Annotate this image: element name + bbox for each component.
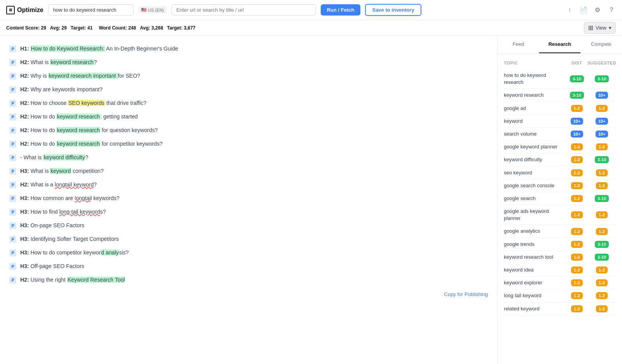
suggested-badge: 1-2	[596, 305, 608, 312]
list-item: PH2: Why is keyword research important f…	[9, 69, 488, 83]
outline-text: H2: Using the right Keyword Research Too…	[20, 276, 488, 284]
tab-research[interactable]: Research	[539, 36, 581, 53]
table-row: keyword explorer1-21-2	[504, 277, 616, 289]
status-bar: Content Score: 29 Avg: 29 Target: 41 Wor…	[0, 20, 622, 36]
avg-label: Avg:	[50, 25, 60, 31]
table-row: keyword10+10+	[504, 115, 616, 128]
suggested-badge: 1-2	[596, 143, 608, 150]
topic-name: keyword difficulty	[504, 156, 566, 163]
panel-header-row: TOPIC DIST SUGGESTED	[504, 58, 616, 69]
topic-name: keyword idea	[504, 266, 566, 273]
outline-text: H2: What is keyword research?	[20, 58, 488, 66]
target2-val: 3,677	[184, 25, 196, 31]
topic-name: google trends	[504, 241, 566, 248]
avg2-label: Avg:	[140, 25, 150, 31]
p-badge: P	[9, 45, 16, 52]
table-row: google ads keyword planner1-21-2	[504, 205, 616, 225]
content-score-label: Content Score:	[6, 25, 40, 31]
suggested-badge: 3-10	[595, 75, 609, 82]
suggested-badge: 3-10	[595, 156, 609, 163]
top-nav: ⊞ Optimize 🇺🇸 US (EN) Run / Fetch Save t…	[0, 0, 622, 20]
chevron-down-icon: ▾	[609, 25, 612, 31]
target-label: Target:	[71, 25, 86, 31]
suggested-badge: 1-2	[596, 105, 608, 112]
outline-text: H2: How to do keyword research for compe…	[20, 140, 488, 148]
outline-text: H2: How to do keyword research: getting …	[20, 113, 488, 121]
list-item: PH2: How to do keyword research for comp…	[9, 137, 488, 151]
settings-icon[interactable]: ⚙	[593, 6, 602, 14]
table-row: google trends1-23-10	[504, 238, 616, 251]
locale-text: US (EN)	[148, 8, 164, 12]
suggested-badge: 10+	[596, 118, 608, 125]
topic-name: keyword research	[504, 92, 566, 99]
locale-badge[interactable]: 🇺🇸 US (EN)	[138, 6, 167, 14]
view-button[interactable]: ⊞ View ▾	[584, 22, 616, 34]
list-item: PH1: How to do Keyword Research: An In-D…	[9, 42, 488, 56]
suggested-badge: 1-2	[596, 169, 608, 176]
content-score-item: Content Score: 29 Avg: 29 Target: 41	[6, 25, 93, 31]
save-to-inventory-button[interactable]: Save to inventory	[365, 4, 421, 16]
p-badge: P	[9, 249, 16, 256]
outline-text: H3: Identifying Softer Target Competitor…	[20, 235, 488, 243]
suggested-badge: 3-10	[595, 254, 609, 261]
table-row: google search1-23-10	[504, 192, 616, 205]
upload-icon[interactable]: ↑	[565, 6, 574, 14]
dist-badge: 1-2	[571, 279, 583, 286]
panel-body[interactable]: TOPIC DIST SUGGESTED how to do keyword r…	[498, 54, 622, 364]
col-dist-header: DIST	[566, 61, 588, 65]
list-item: PH3: How to do competitor keyword analys…	[9, 246, 488, 260]
tab-compete[interactable]: Compete	[580, 36, 622, 53]
outline-text: H3: How common are longtail keywords?	[20, 194, 488, 202]
avg2-val: 3,268	[152, 25, 163, 31]
dist-badge: 1-2	[571, 228, 583, 235]
dist-badge: 1-2	[571, 169, 583, 176]
list-item: PH3: What is keyword competition?	[9, 164, 488, 178]
suggested-badge: 1-2	[596, 266, 608, 273]
suggested-badge: 1-2	[596, 182, 608, 189]
content-score-val: 29	[41, 25, 46, 31]
dist-badge: 1-2	[571, 105, 583, 112]
tab-feed[interactable]: Feed	[498, 36, 539, 53]
keyword-search-input[interactable]	[48, 4, 134, 16]
dist-badge: 1-2	[571, 241, 583, 248]
topic-name: seo keyword	[504, 169, 566, 176]
table-row: long tail keyword1-21-2	[504, 289, 616, 302]
p-badge: P	[9, 263, 16, 270]
view-icon: ⊞	[588, 24, 593, 31]
outline-text: H3: How to find long-tail keywords?	[20, 208, 488, 216]
p-badge: P	[9, 141, 16, 148]
list-item: P- What is keyword difficulty?	[9, 151, 488, 164]
p-badge: P	[9, 113, 16, 120]
p-badge: P	[9, 195, 16, 202]
p-badge: P	[9, 222, 16, 229]
copy-for-publishing-link[interactable]: Copy for Publishing	[9, 287, 488, 302]
topic-name: google ad	[504, 105, 566, 112]
p-badge: P	[9, 277, 16, 284]
panel-tabs: FeedResearchCompete	[498, 36, 622, 54]
topic-name: search volume	[504, 131, 566, 138]
table-row: seo keyword1-21-2	[504, 167, 616, 179]
list-item: PH2: Using the right Keyword Research To…	[9, 273, 488, 287]
topic-name: keyword	[504, 118, 566, 125]
list-item: PH2: How to do keyword research for ques…	[9, 124, 488, 137]
document-icon[interactable]: 📄	[579, 6, 588, 14]
url-input[interactable]	[171, 4, 316, 16]
dist-badge: 1-2	[571, 211, 583, 218]
list-item: PH2: How to choose SEO keywords that dri…	[9, 96, 488, 110]
list-item: PH3: How common are longtail keywords?	[9, 192, 488, 205]
dist-badge: 1-2	[571, 266, 583, 273]
list-item: PH2: What is keyword research?	[9, 56, 488, 69]
col-topic-header: TOPIC	[504, 61, 566, 65]
dist-badge: 1-2	[571, 182, 583, 189]
outline-text: H2: How to choose SEO keywords that driv…	[20, 99, 488, 107]
suggested-badge: 10+	[596, 92, 608, 99]
help-icon[interactable]: ?	[607, 6, 616, 14]
content-area[interactable]: PH1: How to do Keyword Research: An In-D…	[0, 36, 498, 364]
topic-name: google ads keyword planner	[504, 208, 566, 222]
target2-label: Target:	[167, 25, 183, 31]
topic-name: how to do keyword research	[504, 72, 566, 86]
p-badge: P	[9, 100, 16, 107]
run-fetch-button[interactable]: Run / Fetch	[321, 4, 361, 16]
table-row: google analytics1-21-2	[504, 225, 616, 238]
list-item: PH3: Identifying Softer Target Competito…	[9, 232, 488, 246]
